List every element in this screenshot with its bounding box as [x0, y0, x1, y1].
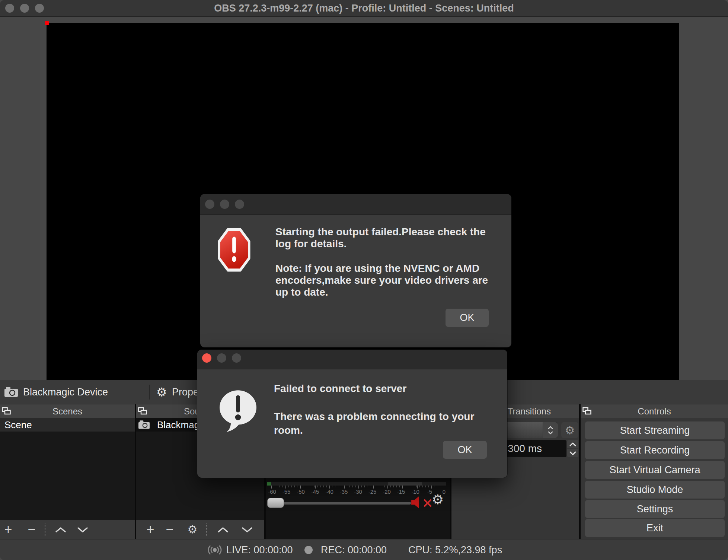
db-tick-label: -35 — [340, 489, 348, 495]
move-scene-down-button[interactable] — [77, 527, 88, 533]
dialog-message: Starting the output failed.Please check … — [275, 226, 494, 311]
gear-icon: ⚙ — [565, 424, 575, 437]
scenes-panel-header: Scenes — [0, 404, 135, 418]
scenes-panel-title: Scenes — [0, 404, 135, 418]
controls-panel-title: Controls — [581, 404, 728, 418]
add-scene-button[interactable]: + — [2, 520, 15, 540]
move-source-down-button[interactable] — [242, 527, 253, 533]
move-scene-up-button[interactable] — [55, 527, 66, 533]
cpu-stats: CPU: 5.2%,23.98 fps — [408, 540, 502, 560]
db-tick-label: -55 — [282, 489, 291, 495]
obs-window: OBS 27.2.3-m99-2.27 (mac) - Profile: Unt… — [0, 0, 728, 560]
start-streaming-button[interactable]: Start Streaming — [585, 421, 725, 439]
db-tick-label: -50 — [297, 489, 305, 495]
remove-source-button[interactable]: − — [163, 520, 176, 540]
mute-x-icon — [424, 499, 432, 507]
scene-item-handle[interactable] — [45, 21, 49, 25]
dialog-message: There was a problem connecting to your r… — [274, 410, 497, 437]
stop-error-icon — [218, 228, 250, 272]
duration-decrease-button[interactable] — [567, 449, 578, 457]
minimize-window-icon[interactable] — [217, 353, 226, 363]
db-tick-label: -25 — [368, 489, 377, 495]
rec-time: REC: 00:00:00 — [321, 540, 387, 560]
db-tick-label: -15 — [397, 489, 405, 495]
move-source-up-button[interactable] — [217, 527, 229, 533]
zoom-window-icon[interactable] — [232, 353, 241, 363]
output-failed-dialog: Starting the output failed.Please check … — [200, 194, 511, 347]
connect-failed-dialog: Failed to connect to server There was a … — [197, 350, 507, 478]
close-window-icon[interactable] — [202, 353, 211, 363]
rec-dot-icon — [304, 546, 313, 554]
window-title: OBS 27.2.3-m99-2.27 (mac) - Profile: Unt… — [0, 0, 728, 17]
transition-properties-button[interactable]: ⚙ — [561, 422, 578, 438]
start-virtual-camera-button[interactable]: Start Virtual Camera — [585, 461, 725, 479]
db-tick-label: -30 — [354, 489, 362, 495]
mixer-gear-icon[interactable]: ⚙ — [432, 493, 444, 506]
properties-gear-icon[interactable]: ⚙ — [156, 380, 167, 404]
camera-icon — [4, 387, 18, 397]
muted-speaker-icon[interactable] — [411, 496, 423, 509]
ok-button[interactable]: OK — [443, 441, 487, 459]
dialog-titlebar — [197, 350, 507, 369]
db-tick-label: -40 — [325, 489, 333, 495]
source-properties-gear-icon[interactable]: ⚙ — [186, 520, 199, 540]
active-source-label: Blackmagic Device — [23, 380, 108, 404]
start-recording-button[interactable]: Start Recording — [585, 441, 725, 459]
duration-increase-button[interactable] — [567, 440, 578, 448]
add-source-button[interactable]: + — [144, 520, 157, 540]
settings-button[interactable]: Settings — [585, 500, 725, 518]
dialog-titlebar — [200, 194, 511, 215]
db-tick-label: -60 — [268, 489, 276, 495]
studio-mode-button[interactable]: Studio Mode — [585, 481, 725, 499]
toolbar-divider — [149, 385, 150, 400]
sources-toolbar: + − ⚙ — [136, 520, 264, 539]
controls-panel-header: Controls — [581, 404, 728, 418]
live-time: LIVE: 00:00:00 — [226, 540, 293, 560]
db-tick-label: -10 — [411, 489, 419, 495]
scene-list-item[interactable]: Scene — [0, 418, 135, 432]
camera-icon — [138, 420, 150, 429]
alert-bubble-icon — [218, 389, 258, 435]
scenes-toolbar: + − — [0, 520, 135, 539]
volume-slider-handle[interactable] — [267, 498, 284, 508]
dialog-title-text: Failed to connect to server — [274, 383, 497, 395]
db-scale-ticks — [271, 486, 446, 489]
db-tick-label: -45 — [311, 489, 319, 495]
minimize-window-icon[interactable] — [220, 200, 229, 209]
meter-segment — [388, 482, 422, 486]
close-window-icon[interactable] — [205, 200, 214, 209]
toolbar-separator — [206, 524, 207, 536]
volume-slider-track[interactable] — [269, 502, 411, 505]
remove-scene-button[interactable]: − — [25, 520, 38, 540]
volume-meter — [271, 482, 446, 486]
error-message: Starting the output failed.Please check … — [275, 226, 494, 250]
exit-button[interactable]: Exit — [585, 519, 725, 537]
status-bar: LIVE: 00:00:00 REC: 00:00:00 CPU: 5.2%,2… — [0, 539, 728, 560]
db-tick-label: -20 — [383, 489, 391, 495]
toolbar-separator — [45, 524, 45, 536]
ok-button[interactable]: OK — [446, 309, 489, 327]
controls-panel: Controls Start Streaming Start Recording… — [581, 404, 728, 539]
error-note: Note: If you are using the NVENC or AMD … — [275, 262, 494, 298]
meter-peak-indicator — [267, 482, 271, 486]
live-broadcast-icon — [207, 544, 223, 556]
scenes-panel: Scenes Scene + − — [0, 404, 135, 539]
zoom-window-icon[interactable] — [235, 200, 244, 209]
window-titlebar: OBS 27.2.3-m99-2.27 (mac) - Profile: Unt… — [0, 0, 728, 17]
transition-select-arrows — [543, 422, 558, 438]
